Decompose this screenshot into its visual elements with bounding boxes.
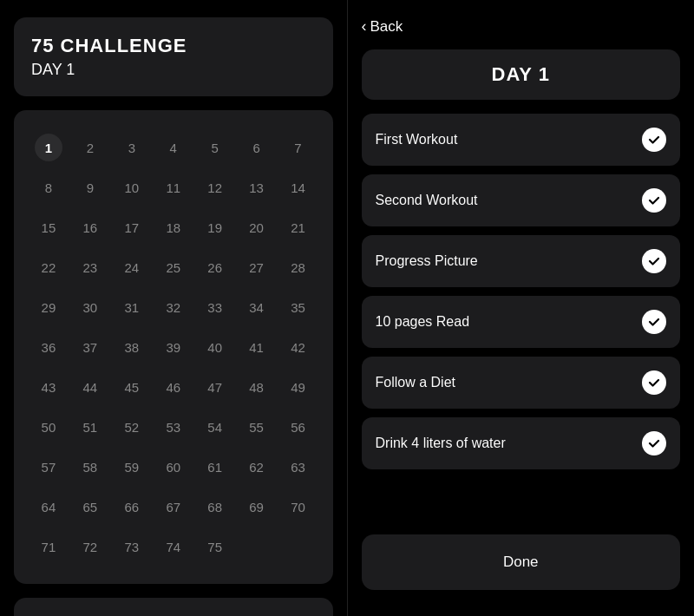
calendar-cell[interactable]: 30 bbox=[69, 287, 111, 327]
calendar-cell[interactable]: 37 bbox=[69, 327, 111, 367]
calendar-cell[interactable]: 1 bbox=[28, 128, 69, 167]
calendar-cell[interactable]: 65 bbox=[69, 487, 111, 527]
calendar-cell[interactable]: 31 bbox=[111, 287, 153, 327]
calendar-cell[interactable]: 2 bbox=[69, 128, 111, 167]
calendar-cell[interactable]: 19 bbox=[194, 207, 236, 247]
calendar-cell[interactable]: 7 bbox=[278, 128, 319, 167]
calendar-cell[interactable]: 56 bbox=[278, 407, 319, 447]
calendar-cell[interactable]: 22 bbox=[28, 247, 69, 287]
calendar-cell[interactable]: 8 bbox=[28, 167, 69, 207]
back-button[interactable]: ‹ Back bbox=[362, 17, 681, 36]
calendar-cell[interactable]: 48 bbox=[236, 367, 278, 407]
calendar-cell[interactable]: 61 bbox=[194, 447, 236, 487]
calendar-cell[interactable]: 34 bbox=[236, 287, 278, 327]
calendar-cell[interactable]: 50 bbox=[28, 407, 69, 447]
calendar-cell[interactable]: 16 bbox=[69, 207, 111, 247]
calendar-cell[interactable]: 35 bbox=[278, 287, 319, 327]
day-number: 70 bbox=[285, 493, 312, 521]
calendar-cell[interactable] bbox=[236, 527, 278, 567]
calendar-cell[interactable]: 45 bbox=[111, 367, 153, 407]
calendar-cell[interactable]: 15 bbox=[28, 207, 69, 247]
calendar-cell[interactable]: 43 bbox=[28, 367, 69, 407]
done-button[interactable]: Done bbox=[362, 534, 681, 590]
calendar-cell[interactable]: 33 bbox=[194, 287, 236, 327]
calendar-cell[interactable]: 20 bbox=[236, 207, 278, 247]
day-number: 15 bbox=[35, 213, 62, 241]
calendar-cell[interactable]: 64 bbox=[28, 487, 69, 527]
calendar-cell[interactable]: 66 bbox=[111, 487, 153, 527]
calendar-cell[interactable]: 3 bbox=[111, 128, 153, 167]
calendar-cell[interactable]: 21 bbox=[278, 207, 319, 247]
calendar-cell[interactable]: 39 bbox=[153, 327, 194, 367]
day-number: 60 bbox=[160, 453, 187, 481]
task-item[interactable]: First Workout bbox=[362, 114, 681, 166]
calendar-cell[interactable]: 42 bbox=[278, 327, 319, 367]
calendar-cell[interactable]: 14 bbox=[278, 167, 319, 207]
calendar-cell[interactable]: 32 bbox=[153, 287, 194, 327]
calendar-cell[interactable]: 58 bbox=[69, 447, 111, 487]
calendar-cell[interactable]: 68 bbox=[194, 487, 236, 527]
calendar-cell[interactable]: 47 bbox=[194, 367, 236, 407]
task-item[interactable]: Progress Picture bbox=[362, 235, 681, 287]
calendar-cell[interactable]: 17 bbox=[111, 207, 153, 247]
calendar-cell[interactable]: 75 bbox=[194, 527, 236, 567]
calendar-cell[interactable]: 57 bbox=[28, 447, 69, 487]
day-number: 9 bbox=[76, 174, 104, 201]
day-number: 42 bbox=[285, 333, 312, 361]
calendar-cell[interactable]: 13 bbox=[236, 167, 278, 207]
day-number: 74 bbox=[160, 533, 187, 560]
calendar-cell[interactable]: 63 bbox=[278, 447, 319, 487]
done-btn-container: Done bbox=[362, 534, 681, 599]
calendar-cell[interactable]: 44 bbox=[69, 367, 111, 407]
calendar-cell[interactable]: 52 bbox=[111, 407, 153, 447]
calendar-cell[interactable]: 25 bbox=[153, 247, 194, 287]
calendar-cell[interactable]: 49 bbox=[278, 367, 319, 407]
task-item[interactable]: Follow a Diet bbox=[362, 357, 681, 409]
calendar-cell[interactable]: 55 bbox=[236, 407, 278, 447]
calendar-cell[interactable]: 29 bbox=[28, 287, 69, 327]
calendar-cell[interactable]: 18 bbox=[153, 207, 194, 247]
calendar-cell[interactable]: 41 bbox=[236, 327, 278, 367]
calendar-cell[interactable]: 36 bbox=[28, 327, 69, 367]
calendar-cell[interactable]: 28 bbox=[278, 247, 319, 287]
calendar-cell[interactable] bbox=[278, 527, 319, 567]
calendar-cell[interactable]: 9 bbox=[69, 167, 111, 207]
day-number: 7 bbox=[285, 134, 312, 161]
calendar-cell[interactable]: 24 bbox=[111, 247, 153, 287]
track-today-button[interactable]: Track Today bbox=[14, 598, 333, 616]
task-check-icon bbox=[642, 310, 666, 334]
calendar-cell[interactable]: 72 bbox=[69, 527, 111, 567]
calendar-cell[interactable]: 67 bbox=[153, 487, 194, 527]
calendar-cell[interactable]: 4 bbox=[153, 128, 194, 167]
calendar-cell[interactable]: 69 bbox=[236, 487, 278, 527]
calendar-cell[interactable]: 23 bbox=[69, 247, 111, 287]
day-number: 12 bbox=[201, 174, 229, 201]
day-number: 25 bbox=[160, 253, 187, 281]
task-item[interactable]: 10 pages Read bbox=[362, 296, 681, 348]
calendar-cell[interactable]: 27 bbox=[236, 247, 278, 287]
calendar-cell[interactable]: 71 bbox=[28, 527, 69, 567]
calendar-cell[interactable]: 26 bbox=[194, 247, 236, 287]
calendar-cell[interactable]: 11 bbox=[153, 167, 194, 207]
task-item[interactable]: Second Workout bbox=[362, 174, 681, 226]
calendar-cell[interactable]: 54 bbox=[194, 407, 236, 447]
calendar-cell[interactable]: 53 bbox=[153, 407, 194, 447]
day-number: 33 bbox=[201, 293, 229, 321]
calendar-cell[interactable]: 73 bbox=[111, 527, 153, 567]
calendar-cell[interactable]: 62 bbox=[236, 447, 278, 487]
calendar-cell[interactable]: 12 bbox=[194, 167, 236, 207]
calendar-cell[interactable]: 40 bbox=[194, 327, 236, 367]
day-number: 26 bbox=[201, 253, 229, 281]
calendar-cell[interactable]: 59 bbox=[111, 447, 153, 487]
calendar-cell[interactable]: 10 bbox=[111, 167, 153, 207]
calendar-cell[interactable]: 70 bbox=[278, 487, 319, 527]
calendar-cell[interactable]: 38 bbox=[111, 327, 153, 367]
calendar-cell[interactable]: 60 bbox=[153, 447, 194, 487]
calendar-cell[interactable]: 51 bbox=[69, 407, 111, 447]
calendar-cell[interactable]: 5 bbox=[194, 128, 236, 167]
day-number: 46 bbox=[160, 373, 187, 401]
calendar-cell[interactable]: 46 bbox=[153, 367, 194, 407]
task-item[interactable]: Drink 4 liters of water bbox=[362, 417, 681, 469]
calendar-cell[interactable]: 74 bbox=[153, 527, 194, 567]
calendar-cell[interactable]: 6 bbox=[236, 128, 278, 167]
